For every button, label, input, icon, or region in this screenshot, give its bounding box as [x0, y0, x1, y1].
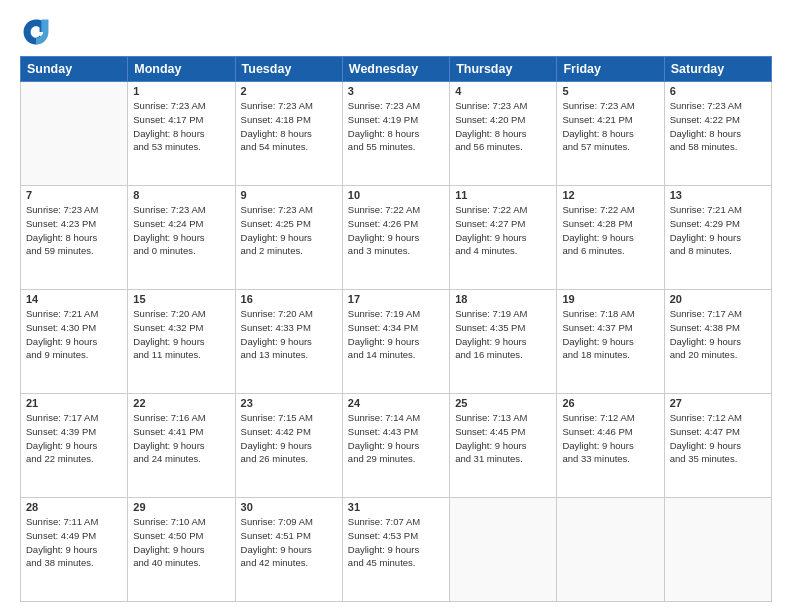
day-info: Sunrise: 7:23 AMSunset: 4:22 PMDaylight:… — [670, 99, 766, 154]
calendar-day-header: Sunday — [21, 57, 128, 82]
calendar-week-row: 21Sunrise: 7:17 AMSunset: 4:39 PMDayligh… — [21, 394, 772, 498]
day-info: Sunrise: 7:23 AMSunset: 4:20 PMDaylight:… — [455, 99, 551, 154]
calendar-day-header: Wednesday — [342, 57, 449, 82]
day-info: Sunrise: 7:18 AMSunset: 4:37 PMDaylight:… — [562, 307, 658, 362]
calendar-day-cell: 14Sunrise: 7:21 AMSunset: 4:30 PMDayligh… — [21, 290, 128, 394]
logo-icon — [20, 16, 52, 48]
day-info: Sunrise: 7:13 AMSunset: 4:45 PMDaylight:… — [455, 411, 551, 466]
day-info: Sunrise: 7:19 AMSunset: 4:34 PMDaylight:… — [348, 307, 444, 362]
day-number: 6 — [670, 85, 766, 97]
calendar-day-cell: 18Sunrise: 7:19 AMSunset: 4:35 PMDayligh… — [450, 290, 557, 394]
header — [20, 16, 772, 48]
day-number: 16 — [241, 293, 337, 305]
day-number: 12 — [562, 189, 658, 201]
calendar-day-cell: 6Sunrise: 7:23 AMSunset: 4:22 PMDaylight… — [664, 82, 771, 186]
day-info: Sunrise: 7:23 AMSunset: 4:25 PMDaylight:… — [241, 203, 337, 258]
calendar-week-row: 28Sunrise: 7:11 AMSunset: 4:49 PMDayligh… — [21, 498, 772, 602]
calendar-day-cell: 10Sunrise: 7:22 AMSunset: 4:26 PMDayligh… — [342, 186, 449, 290]
day-info: Sunrise: 7:22 AMSunset: 4:27 PMDaylight:… — [455, 203, 551, 258]
day-number: 28 — [26, 501, 122, 513]
calendar-day-cell: 29Sunrise: 7:10 AMSunset: 4:50 PMDayligh… — [128, 498, 235, 602]
day-number: 2 — [241, 85, 337, 97]
calendar-day-cell — [21, 82, 128, 186]
day-info: Sunrise: 7:23 AMSunset: 4:18 PMDaylight:… — [241, 99, 337, 154]
day-info: Sunrise: 7:07 AMSunset: 4:53 PMDaylight:… — [348, 515, 444, 570]
day-number: 20 — [670, 293, 766, 305]
day-info: Sunrise: 7:23 AMSunset: 4:21 PMDaylight:… — [562, 99, 658, 154]
day-number: 18 — [455, 293, 551, 305]
day-info: Sunrise: 7:12 AMSunset: 4:47 PMDaylight:… — [670, 411, 766, 466]
calendar-week-row: 1Sunrise: 7:23 AMSunset: 4:17 PMDaylight… — [21, 82, 772, 186]
day-number: 14 — [26, 293, 122, 305]
day-info: Sunrise: 7:21 AMSunset: 4:30 PMDaylight:… — [26, 307, 122, 362]
calendar-day-cell: 25Sunrise: 7:13 AMSunset: 4:45 PMDayligh… — [450, 394, 557, 498]
day-number: 29 — [133, 501, 229, 513]
calendar-day-cell: 7Sunrise: 7:23 AMSunset: 4:23 PMDaylight… — [21, 186, 128, 290]
calendar-day-cell: 20Sunrise: 7:17 AMSunset: 4:38 PMDayligh… — [664, 290, 771, 394]
calendar-day-cell: 31Sunrise: 7:07 AMSunset: 4:53 PMDayligh… — [342, 498, 449, 602]
day-number: 7 — [26, 189, 122, 201]
day-info: Sunrise: 7:16 AMSunset: 4:41 PMDaylight:… — [133, 411, 229, 466]
calendar-day-cell: 5Sunrise: 7:23 AMSunset: 4:21 PMDaylight… — [557, 82, 664, 186]
day-info: Sunrise: 7:20 AMSunset: 4:33 PMDaylight:… — [241, 307, 337, 362]
day-number: 31 — [348, 501, 444, 513]
calendar-week-row: 14Sunrise: 7:21 AMSunset: 4:30 PMDayligh… — [21, 290, 772, 394]
day-number: 22 — [133, 397, 229, 409]
calendar-table: SundayMondayTuesdayWednesdayThursdayFrid… — [20, 56, 772, 602]
day-info: Sunrise: 7:17 AMSunset: 4:38 PMDaylight:… — [670, 307, 766, 362]
calendar-day-cell: 28Sunrise: 7:11 AMSunset: 4:49 PMDayligh… — [21, 498, 128, 602]
calendar-day-cell: 3Sunrise: 7:23 AMSunset: 4:19 PMDaylight… — [342, 82, 449, 186]
logo — [20, 16, 56, 48]
calendar-day-cell: 4Sunrise: 7:23 AMSunset: 4:20 PMDaylight… — [450, 82, 557, 186]
calendar-day-header: Friday — [557, 57, 664, 82]
day-number: 1 — [133, 85, 229, 97]
calendar-day-cell — [664, 498, 771, 602]
calendar-day-cell — [450, 498, 557, 602]
day-number: 24 — [348, 397, 444, 409]
day-info: Sunrise: 7:09 AMSunset: 4:51 PMDaylight:… — [241, 515, 337, 570]
day-number: 8 — [133, 189, 229, 201]
calendar-day-cell: 13Sunrise: 7:21 AMSunset: 4:29 PMDayligh… — [664, 186, 771, 290]
day-number: 17 — [348, 293, 444, 305]
day-number: 30 — [241, 501, 337, 513]
day-info: Sunrise: 7:15 AMSunset: 4:42 PMDaylight:… — [241, 411, 337, 466]
day-info: Sunrise: 7:23 AMSunset: 4:17 PMDaylight:… — [133, 99, 229, 154]
day-info: Sunrise: 7:20 AMSunset: 4:32 PMDaylight:… — [133, 307, 229, 362]
calendar-header-row: SundayMondayTuesdayWednesdayThursdayFrid… — [21, 57, 772, 82]
calendar-day-cell: 9Sunrise: 7:23 AMSunset: 4:25 PMDaylight… — [235, 186, 342, 290]
day-info: Sunrise: 7:23 AMSunset: 4:24 PMDaylight:… — [133, 203, 229, 258]
calendar-day-cell: 24Sunrise: 7:14 AMSunset: 4:43 PMDayligh… — [342, 394, 449, 498]
day-number: 23 — [241, 397, 337, 409]
day-number: 15 — [133, 293, 229, 305]
calendar-day-cell: 2Sunrise: 7:23 AMSunset: 4:18 PMDaylight… — [235, 82, 342, 186]
day-info: Sunrise: 7:23 AMSunset: 4:23 PMDaylight:… — [26, 203, 122, 258]
day-number: 26 — [562, 397, 658, 409]
page: SundayMondayTuesdayWednesdayThursdayFrid… — [0, 0, 792, 612]
day-number: 25 — [455, 397, 551, 409]
day-number: 19 — [562, 293, 658, 305]
calendar-day-cell: 16Sunrise: 7:20 AMSunset: 4:33 PMDayligh… — [235, 290, 342, 394]
day-number: 21 — [26, 397, 122, 409]
day-info: Sunrise: 7:10 AMSunset: 4:50 PMDaylight:… — [133, 515, 229, 570]
day-number: 27 — [670, 397, 766, 409]
calendar-day-cell: 19Sunrise: 7:18 AMSunset: 4:37 PMDayligh… — [557, 290, 664, 394]
calendar-day-cell: 27Sunrise: 7:12 AMSunset: 4:47 PMDayligh… — [664, 394, 771, 498]
day-number: 13 — [670, 189, 766, 201]
day-number: 9 — [241, 189, 337, 201]
day-number: 4 — [455, 85, 551, 97]
day-info: Sunrise: 7:11 AMSunset: 4:49 PMDaylight:… — [26, 515, 122, 570]
calendar-day-header: Saturday — [664, 57, 771, 82]
calendar-day-cell: 12Sunrise: 7:22 AMSunset: 4:28 PMDayligh… — [557, 186, 664, 290]
day-info: Sunrise: 7:23 AMSunset: 4:19 PMDaylight:… — [348, 99, 444, 154]
calendar-day-header: Thursday — [450, 57, 557, 82]
day-info: Sunrise: 7:21 AMSunset: 4:29 PMDaylight:… — [670, 203, 766, 258]
calendar-week-row: 7Sunrise: 7:23 AMSunset: 4:23 PMDaylight… — [21, 186, 772, 290]
day-info: Sunrise: 7:14 AMSunset: 4:43 PMDaylight:… — [348, 411, 444, 466]
calendar-day-cell: 30Sunrise: 7:09 AMSunset: 4:51 PMDayligh… — [235, 498, 342, 602]
calendar-day-cell: 17Sunrise: 7:19 AMSunset: 4:34 PMDayligh… — [342, 290, 449, 394]
day-info: Sunrise: 7:19 AMSunset: 4:35 PMDaylight:… — [455, 307, 551, 362]
day-info: Sunrise: 7:17 AMSunset: 4:39 PMDaylight:… — [26, 411, 122, 466]
calendar-day-cell: 8Sunrise: 7:23 AMSunset: 4:24 PMDaylight… — [128, 186, 235, 290]
calendar-day-header: Monday — [128, 57, 235, 82]
calendar-day-cell: 11Sunrise: 7:22 AMSunset: 4:27 PMDayligh… — [450, 186, 557, 290]
